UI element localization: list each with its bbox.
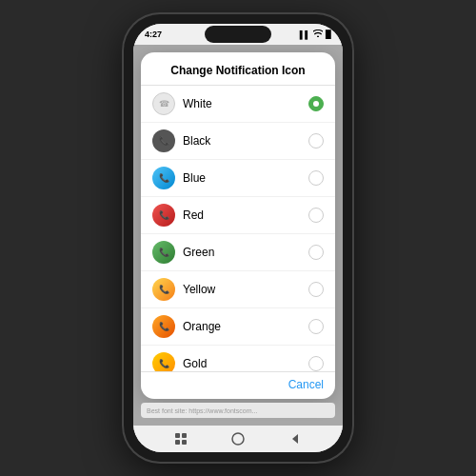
cancel-button[interactable]: Cancel [288, 378, 324, 391]
white-icon: ☎ [152, 92, 175, 115]
svg-rect-3 [182, 440, 187, 445]
gold-label: Gold [183, 357, 301, 370]
orange-label: Orange [183, 320, 301, 333]
svg-point-4 [232, 433, 244, 445]
black-icon: 📞 [152, 129, 175, 152]
blue-icon: 📞 [152, 167, 175, 189]
option-item-red[interactable]: 📞Red [141, 197, 335, 234]
url-bar: Best font site: https://www.fontscom... [141, 403, 335, 418]
option-item-gold[interactable]: 📞Gold [141, 346, 335, 371]
gold-icon: 📞 [152, 352, 175, 371]
red-label: Red [183, 208, 301, 222]
nav-home-icon[interactable] [230, 431, 246, 446]
black-label: Black [183, 134, 301, 148]
status-icons: ▌▌ ▉ [300, 30, 331, 39]
bottom-nav-bar [133, 426, 343, 452]
nav-squares-icon[interactable] [173, 431, 188, 446]
options-list[interactable]: ☎White📞Black📞Blue📞Red📞Green📞Yellow📞Orang… [141, 86, 335, 371]
white-radio[interactable] [308, 96, 324, 111]
svg-rect-2 [175, 440, 180, 445]
change-icon-dialog: Change Notification Icon ☎White📞Black📞Bl… [141, 52, 335, 399]
blue-radio[interactable] [308, 170, 324, 186]
svg-rect-0 [175, 433, 180, 438]
blue-label: Blue [183, 171, 301, 185]
green-label: Green [183, 246, 301, 259]
signal-icon: ▌▌ [300, 30, 310, 39]
screen-content: Change Notification Icon ☎White📞Black📞Bl… [133, 45, 343, 426]
yellow-label: Yellow [183, 283, 301, 296]
green-icon: 📞 [152, 241, 175, 264]
battery-icon: ▉ [326, 30, 331, 39]
orange-radio[interactable] [308, 319, 324, 334]
svg-marker-5 [292, 434, 298, 444]
red-icon: 📞 [152, 204, 175, 227]
yellow-radio[interactable] [308, 282, 324, 297]
dialog-background: Change Notification Icon ☎White📞Black📞Bl… [133, 45, 343, 426]
green-radio[interactable] [308, 245, 324, 260]
orange-icon: 📞 [152, 315, 175, 338]
gold-radio[interactable] [308, 356, 324, 371]
option-item-yellow[interactable]: 📞Yellow [141, 271, 335, 308]
option-item-green[interactable]: 📞Green [141, 234, 335, 271]
notch [205, 26, 271, 43]
url-text: Best font site: https://www.fontscom... [147, 407, 257, 414]
yellow-icon: 📞 [152, 278, 175, 301]
option-item-orange[interactable]: 📞Orange [141, 308, 335, 346]
option-item-blue[interactable]: 📞Blue [141, 160, 335, 197]
white-label: White [183, 97, 301, 110]
dialog-title: Change Notification Icon [141, 52, 335, 86]
status-time: 4:27 [145, 30, 162, 39]
phone-screen: 4:27 ▌▌ ▉ Change Notification Icon ☎Whit… [133, 24, 343, 452]
dialog-footer: Cancel [141, 371, 335, 399]
option-item-white[interactable]: ☎White [141, 86, 335, 123]
wifi-icon [313, 30, 323, 39]
nav-back-icon[interactable] [288, 431, 303, 446]
option-item-black[interactable]: 📞Black [141, 123, 335, 160]
red-radio[interactable] [308, 208, 324, 223]
phone-frame: 4:27 ▌▌ ▉ Change Notification Icon ☎Whit… [124, 14, 352, 462]
svg-rect-1 [182, 433, 187, 438]
black-radio[interactable] [308, 133, 324, 149]
